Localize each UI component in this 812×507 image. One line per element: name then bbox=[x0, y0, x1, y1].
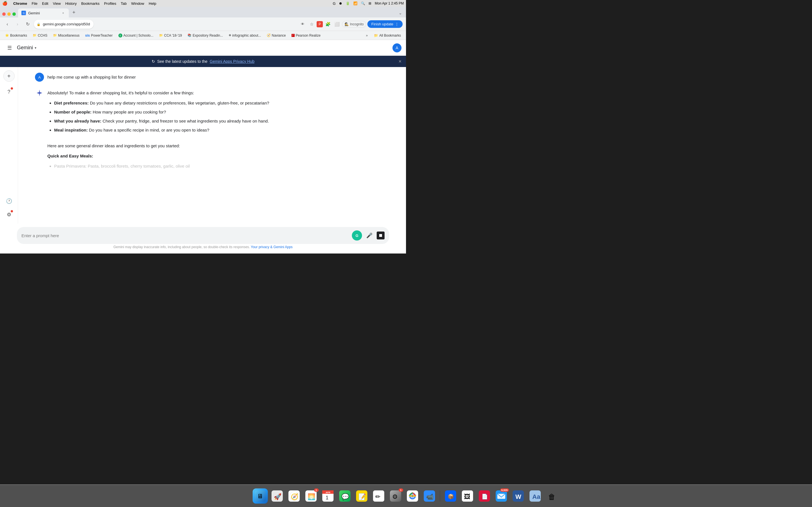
activity-button[interactable]: 🕐 bbox=[3, 195, 15, 207]
back-button[interactable]: ‹ bbox=[3, 20, 11, 28]
help-icon: ? bbox=[7, 89, 10, 95]
extensions-puzzle-icon[interactable]: 🧩 bbox=[324, 20, 332, 28]
bullet-have: What you already have: Check your pantry… bbox=[54, 118, 389, 124]
reload-button[interactable]: ↻ bbox=[24, 20, 32, 28]
new-chat-button[interactable]: + bbox=[3, 70, 15, 82]
traffic-light-red[interactable] bbox=[2, 12, 6, 16]
bookmark-infographic[interactable]: ❄ infographic about... bbox=[226, 33, 263, 39]
banner-link[interactable]: Gemini Apps Privacy Hub bbox=[210, 59, 255, 64]
response-body: Absolutely! To make a dinner shopping li… bbox=[47, 90, 389, 170]
bullet-people: Number of people: How many people are yo… bbox=[54, 109, 389, 115]
user-message-avatar: A bbox=[35, 73, 44, 82]
settings-button[interactable]: ⚙ bbox=[3, 209, 15, 220]
gemini-menu-button[interactable]: ☰ bbox=[4, 43, 15, 53]
bookmark-naviance[interactable]: 🧭 Naviance bbox=[264, 33, 288, 39]
svg-rect-0 bbox=[379, 234, 382, 237]
app-name[interactable]: Chrome bbox=[13, 1, 27, 6]
stop-icon bbox=[379, 234, 382, 237]
help-menu[interactable]: Help bbox=[149, 1, 156, 6]
extensions-icon[interactable]: P bbox=[317, 21, 323, 27]
bookmark-cchs[interactable]: 📁 CCHS bbox=[31, 33, 50, 39]
bookmark-account[interactable]: S Account | Schoolo... bbox=[116, 33, 156, 39]
bookmark-bookmarks[interactable]: ⭐ Bookmarks bbox=[3, 33, 29, 39]
address-lock-icon: 🔒 bbox=[37, 22, 41, 26]
prompt-input[interactable] bbox=[21, 233, 350, 238]
incognito-label: Incognito bbox=[350, 22, 364, 26]
window-menu[interactable]: Window bbox=[131, 1, 144, 6]
battery-icon: 🔋 bbox=[346, 1, 350, 5]
gemini-input-area: G 🎤 Gemini may display inaccurate info, … bbox=[0, 224, 406, 253]
bookmark-expository[interactable]: 📚 Expository Readin... bbox=[185, 33, 225, 39]
gemini-sidebar: + ? 🕐 ⚙ bbox=[0, 67, 18, 224]
bookmark-folder-icon: 📁 bbox=[159, 34, 163, 37]
bullet-people-term: Number of people: bbox=[54, 110, 92, 114]
bookmark-folder-icon: 📁 bbox=[53, 34, 57, 37]
bookmark-powerteacher[interactable]: sis PowerTeacher bbox=[83, 33, 115, 39]
view-menu[interactable]: View bbox=[53, 1, 61, 6]
address-bar: ‹ › ↻ 🔒 👁 ☆ P 🧩 ⬜ 🕵 Incognito Finish upd… bbox=[0, 17, 406, 31]
tab-list-button[interactable]: ⌄ bbox=[397, 10, 404, 16]
user-avatar[interactable]: A bbox=[393, 43, 402, 52]
gemini-header-right: A bbox=[393, 43, 402, 52]
bookmark-label: CCHS bbox=[38, 34, 47, 38]
bookmark-more-button[interactable]: » bbox=[364, 33, 370, 39]
bullet-have-term: What you already have: bbox=[54, 119, 101, 123]
bookmark-icon: ❄ bbox=[229, 34, 231, 37]
gemini-message-content: Absolutely! To make a dinner shopping li… bbox=[47, 89, 389, 172]
traffic-light-green[interactable] bbox=[12, 12, 16, 16]
control-center-icon[interactable]: ⊞ bbox=[368, 1, 371, 5]
search-icon[interactable]: 🔍 bbox=[361, 1, 365, 5]
address-input[interactable] bbox=[34, 20, 94, 29]
bookmark-icon: 📚 bbox=[188, 34, 192, 37]
gemini-message-avatar bbox=[35, 89, 44, 98]
all-bookmarks-button[interactable]: 📁 All Bookmarks bbox=[371, 33, 403, 39]
new-tab-button[interactable]: + bbox=[70, 8, 78, 16]
user-message-text: help me come up with a shopping list for… bbox=[47, 73, 136, 79]
incognito-button[interactable]: 🕵 Incognito bbox=[342, 21, 366, 27]
incognito-icon: 🕵 bbox=[345, 22, 349, 26]
gemini-logo[interactable]: Gemini ▾ bbox=[17, 45, 36, 51]
chrome-window: G Gemini × + ⌄ ‹ › ↻ 🔒 👁 ☆ P 🧩 ⬜ 🕵 Incog… bbox=[0, 7, 406, 253]
gemini-star-icon bbox=[36, 89, 43, 97]
bookmarks-menu[interactable]: Bookmarks bbox=[81, 1, 100, 6]
finish-update-button[interactable]: Finish update ⋮ bbox=[367, 20, 403, 28]
grammarly-button[interactable]: G bbox=[352, 230, 362, 240]
gemini-app: ☰ Gemini ▾ A ↻ See the latest updates to… bbox=[0, 40, 406, 253]
tab-menu[interactable]: Tab bbox=[121, 1, 126, 6]
section-heading: Quick and Easy Meals: bbox=[47, 153, 389, 159]
user-message-content: help me come up with a shopping list for… bbox=[47, 73, 389, 82]
response-intro: Absolutely! To make a dinner shopping li… bbox=[47, 90, 389, 96]
traffic-light-yellow[interactable] bbox=[7, 12, 11, 16]
chat-area[interactable]: A help me come up with a shopping list f… bbox=[18, 67, 406, 224]
bookmark-star-icon[interactable]: ☆ bbox=[308, 20, 315, 28]
input-box: G 🎤 bbox=[17, 227, 389, 244]
stop-button[interactable] bbox=[377, 231, 385, 239]
bookmark-label: Account | Schoolo... bbox=[123, 34, 154, 38]
edit-menu[interactable]: Edit bbox=[42, 1, 48, 6]
finish-update-more-icon: ⋮ bbox=[395, 22, 399, 26]
split-view-icon[interactable]: ⬜ bbox=[333, 20, 341, 28]
bookmark-pearson[interactable]: 🅿 Pearson Realize bbox=[289, 33, 323, 39]
bookmark-label: Expository Readin... bbox=[193, 34, 223, 38]
disclaimer-link[interactable]: Your privacy & Gemini Apps bbox=[251, 245, 293, 249]
bullet-diet-term: Diet preferences: bbox=[54, 101, 89, 105]
profiles-menu[interactable]: Profiles bbox=[104, 1, 116, 6]
banner-text: See the latest updates to the bbox=[157, 59, 207, 64]
microphone-button[interactable]: 🎤 bbox=[364, 230, 374, 240]
tab-close-button[interactable]: × bbox=[61, 11, 65, 15]
history-menu[interactable]: History bbox=[65, 1, 77, 6]
finish-update-label: Finish update bbox=[371, 22, 393, 26]
bookmark-cca[interactable]: 📁 CCA '18-'19 bbox=[157, 33, 184, 39]
tab-favicon: G bbox=[21, 11, 26, 15]
bullet-diet-desc: Do you have any dietary restrictions or … bbox=[90, 101, 269, 105]
banner-close-button[interactable]: × bbox=[398, 59, 402, 64]
bookmark-miscellaneous[interactable]: 📁 Miscellaneous bbox=[51, 33, 82, 39]
file-menu[interactable]: File bbox=[32, 1, 38, 6]
activity-icon: 🕐 bbox=[6, 198, 12, 204]
active-tab[interactable]: G Gemini × bbox=[18, 8, 69, 17]
cast-icon[interactable]: 👁 bbox=[299, 20, 306, 28]
forward-button[interactable]: › bbox=[13, 20, 21, 28]
help-button[interactable]: ? bbox=[3, 86, 15, 98]
gemini-main: + ? 🕐 ⚙ A bbox=[0, 67, 406, 224]
apple-menu[interactable]: 🍎 bbox=[2, 1, 8, 6]
